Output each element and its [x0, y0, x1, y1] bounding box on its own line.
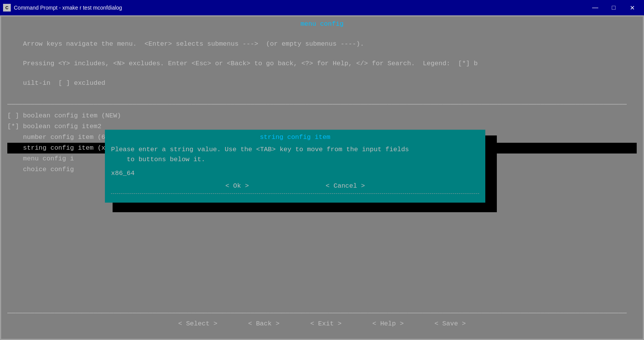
bottom-bar: ────────────────────────────────────────… — [1, 307, 643, 327]
minimize-button[interactable]: — — [586, 2, 604, 13]
dialog-ok-button[interactable]: < Ok > — [225, 182, 249, 190]
maximize-button[interactable]: □ — [605, 2, 622, 13]
dialog-separator — [111, 193, 479, 194]
dialog-title: string config item — [111, 134, 479, 141]
titlebar: C Command Prompt - xmake r test mconfdia… — [0, 0, 644, 15]
back-button[interactable]: < Back > — [248, 320, 280, 327]
terminal-area: menu config Arrow keys navigate the menu… — [0, 15, 644, 340]
menu-config-title: menu config — [7, 20, 637, 28]
dialog-buttons: < Ok > < Cancel > — [111, 182, 479, 190]
bottom-separator: ────────────────────────────────────────… — [7, 310, 637, 317]
titlebar-controls: — □ ✕ — [586, 2, 641, 13]
bottom-buttons: < Select > < Back > < Exit > < Help > < … — [7, 320, 637, 327]
dialog-cancel-button[interactable]: < Cancel > — [326, 182, 365, 190]
info-text: Arrow keys navigate the menu. <Enter> se… — [7, 29, 637, 98]
top-separator: ────────────────────────────────────────… — [7, 101, 637, 108]
terminal-icon: C — [3, 4, 11, 12]
menu-item-bool1[interactable]: [ ] boolean config item (NEW) — [7, 111, 637, 121]
select-button[interactable]: < Select > — [178, 320, 217, 327]
titlebar-left: C Command Prompt - xmake r test mconfdia… — [3, 4, 122, 12]
close-button[interactable]: ✕ — [623, 2, 641, 13]
dialog-body: Please enter a string value. Use the <TA… — [111, 145, 479, 165]
dialog-value[interactable]: x86_64 — [111, 170, 479, 177]
help-button[interactable]: < Help > — [372, 320, 404, 327]
save-button[interactable]: < Save > — [435, 320, 466, 327]
string-config-dialog[interactable]: string config item Please enter a string… — [105, 130, 485, 203]
exit-button[interactable]: < Exit > — [310, 320, 342, 327]
titlebar-title: Command Prompt - xmake r test mconfdialo… — [14, 5, 122, 11]
